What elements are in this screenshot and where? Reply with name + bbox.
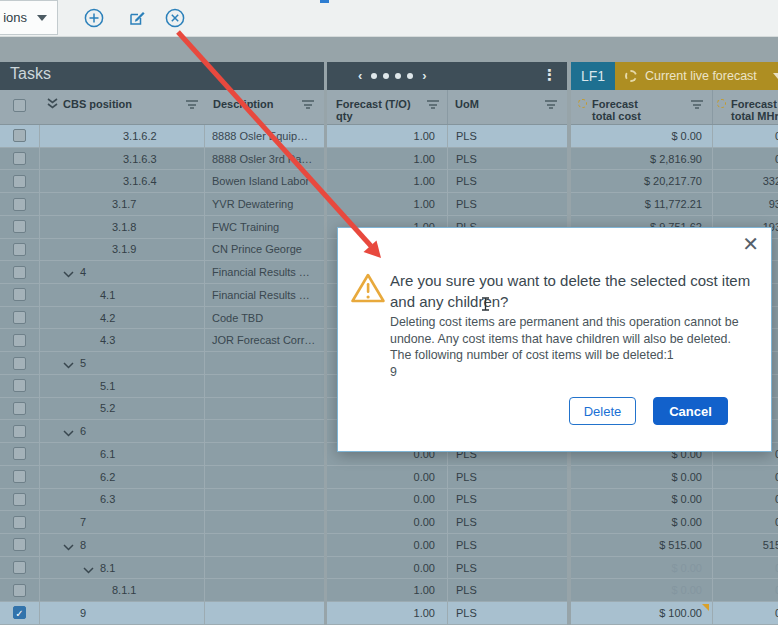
table-row[interactable]: 3.1.9CN Prince George: [0, 239, 324, 262]
edit-icon[interactable]: [127, 8, 147, 28]
table-row[interactable]: 6: [0, 420, 324, 443]
description-cell[interactable]: [205, 579, 324, 601]
row-checkbox[interactable]: [13, 538, 26, 551]
filter-icon[interactable]: [427, 100, 439, 111]
uom-cell[interactable]: PLS: [447, 534, 567, 556]
cbs-position-cell[interactable]: 7: [40, 511, 205, 533]
row-checkbox[interactable]: [13, 175, 26, 188]
add-circle-icon[interactable]: [84, 8, 104, 28]
collapse-all-icon[interactable]: [46, 98, 59, 110]
row-checkbox[interactable]: [13, 561, 26, 574]
forecast-total-cost-cell[interactable]: $ 0.00: [571, 489, 712, 511]
row-checkbox[interactable]: [13, 357, 26, 370]
pager-dot[interactable]: [371, 73, 377, 79]
table-row[interactable]: 4Financial Results …: [0, 261, 324, 284]
uom-cell[interactable]: PLS: [447, 170, 567, 192]
description-cell[interactable]: YVR Dewatering: [205, 193, 324, 215]
table-row[interactable]: $ 0.000: [571, 579, 778, 602]
forecast-qty-cell[interactable]: 0.00: [327, 489, 447, 511]
table-row[interactable]: 4.1Financial Results …: [0, 284, 324, 307]
table-row[interactable]: 0.00PLS: [327, 466, 567, 489]
row-checkbox[interactable]: [13, 493, 26, 506]
forecast-qty-cell[interactable]: 1.00: [327, 148, 447, 170]
cbs-position-cell[interactable]: 3.1.9: [40, 239, 205, 261]
description-cell[interactable]: Bowen Island Labor: [205, 170, 324, 192]
forecast-total-cost-cell[interactable]: $ 0.00: [571, 511, 712, 533]
uom-cell[interactable]: PLS: [447, 125, 567, 147]
table-row[interactable]: $ 11,772.2193: [571, 193, 778, 216]
description-cell[interactable]: [205, 466, 324, 488]
cbs-position-cell[interactable]: 8.1: [40, 557, 205, 579]
forecast-qty-cell[interactable]: 1.00: [327, 579, 447, 601]
table-row[interactable]: 5.1: [0, 375, 324, 398]
table-row[interactable]: $ 0.000: [571, 466, 778, 489]
forecast-qty-cell[interactable]: 0.00: [327, 557, 447, 579]
cbs-position-cell[interactable]: 5.1: [40, 375, 205, 397]
live-forecast-dropdown[interactable]: Current live forecast: [615, 62, 778, 90]
row-checkbox[interactable]: [13, 129, 26, 142]
forecast-total-mhrs-cell[interactable]: 0: [712, 557, 778, 579]
table-row[interactable]: 4.3JOR Forecast Corr…: [0, 329, 324, 352]
forecast-total-cost-cell[interactable]: $ 0.00: [571, 125, 712, 147]
row-checkbox[interactable]: [13, 470, 26, 483]
cbs-position-cell[interactable]: 8: [40, 534, 205, 556]
forecast-qty-cell[interactable]: 1.00: [327, 170, 447, 192]
table-row[interactable]: 6.1: [0, 443, 324, 466]
row-checkbox[interactable]: [13, 266, 26, 279]
cbs-position-cell[interactable]: 4.3: [40, 329, 205, 351]
table-row[interactable]: 1.00PLS: [327, 170, 567, 193]
delete-circle-icon[interactable]: [165, 8, 185, 28]
description-cell[interactable]: [205, 489, 324, 511]
table-row[interactable]: 0.00PLS: [327, 534, 567, 557]
table-row[interactable]: 6.2: [0, 466, 324, 489]
table-row[interactable]: 1.00PLS: [327, 193, 567, 216]
table-row[interactable]: 5: [0, 352, 324, 375]
column-pager[interactable]: ‹ ›: [355, 68, 430, 83]
description-cell[interactable]: [205, 534, 324, 556]
description-cell[interactable]: 8888 Osler 3rd Pa…: [205, 148, 324, 170]
forecast-qty-cell[interactable]: 1.00: [327, 125, 447, 147]
row-checkbox[interactable]: [13, 220, 26, 233]
table-row[interactable]: 4.2Code TBD: [0, 307, 324, 330]
row-checkbox[interactable]: [13, 152, 26, 165]
row-checkbox[interactable]: [13, 311, 26, 324]
cbs-position-cell[interactable]: 4.1: [40, 284, 205, 306]
table-row[interactable]: 8.1: [0, 557, 324, 580]
forecast-total-mhrs-cell[interactable]: 0: [712, 579, 778, 601]
cbs-position-cell[interactable]: 4: [40, 261, 205, 283]
cbs-position-cell[interactable]: 4.2: [40, 307, 205, 329]
forecast-total-cost-cell[interactable]: $ 11,772.21: [571, 193, 712, 215]
actions-dropdown[interactable]: ions: [0, 0, 58, 35]
forecast-total-cost-cell[interactable]: $ 0.00: [571, 557, 712, 579]
close-icon[interactable]: ✕: [742, 232, 759, 256]
tree-collapse-icon[interactable]: [63, 427, 74, 439]
table-row[interactable]: $ 0.000: [571, 125, 778, 148]
table-row[interactable]: 0.00PLS: [327, 489, 567, 512]
row-checkbox[interactable]: [13, 584, 26, 597]
forecast-qty-cell[interactable]: 1.00: [327, 193, 447, 215]
filter-icon[interactable]: [545, 100, 557, 111]
forecast-qty-cell[interactable]: 0.00: [327, 511, 447, 533]
uom-cell[interactable]: PLS: [447, 466, 567, 488]
uom-cell[interactable]: PLS: [447, 557, 567, 579]
description-cell[interactable]: Code TBD: [205, 307, 324, 329]
table-row[interactable]: $ 515.00515: [571, 534, 778, 557]
row-checkbox[interactable]: [13, 334, 26, 347]
delete-button[interactable]: Delete: [569, 397, 636, 425]
cbs-position-cell[interactable]: 6.3: [40, 489, 205, 511]
forecast-total-mhrs-cell[interactable]: 0: [712, 466, 778, 488]
table-row[interactable]: 5.2: [0, 398, 324, 421]
row-checkbox[interactable]: [13, 447, 26, 460]
forecast-total-cost-cell[interactable]: $ 2,816.90: [571, 148, 712, 170]
cbs-position-cell[interactable]: 3.1.8: [40, 216, 205, 238]
description-cell[interactable]: [205, 511, 324, 533]
kebab-menu-icon[interactable]: ⋮: [542, 66, 557, 84]
forecast-qty-cell[interactable]: 1.00: [327, 602, 447, 624]
column-header-forecast-qty[interactable]: Forecast (T/O) qty: [336, 98, 422, 122]
table-row[interactable]: 1.00PLS: [327, 125, 567, 148]
cancel-button[interactable]: Cancel: [653, 397, 728, 425]
tab-lf1[interactable]: LF1: [571, 62, 615, 90]
uom-cell[interactable]: PLS: [447, 579, 567, 601]
column-header-description[interactable]: Description: [213, 98, 274, 110]
tree-collapse-icon[interactable]: [63, 359, 74, 371]
